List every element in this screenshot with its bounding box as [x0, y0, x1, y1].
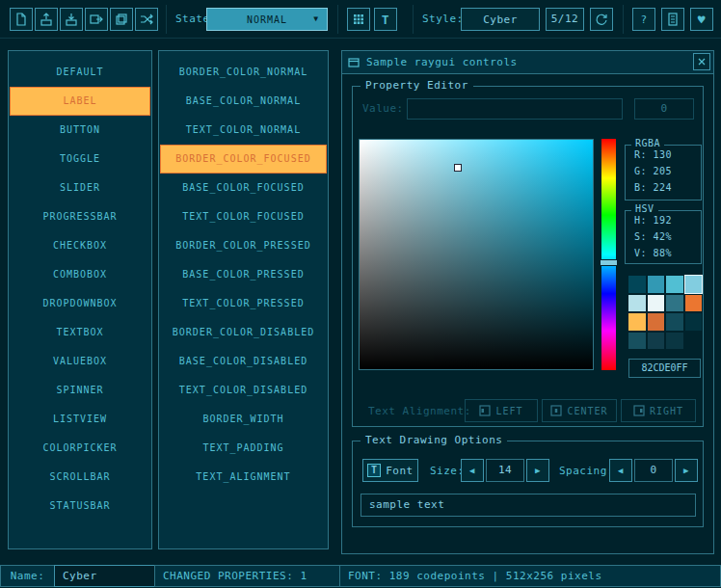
- palette-color-cell[interactable]: [685, 333, 703, 350]
- sample-text-input[interactable]: sample text: [360, 494, 696, 517]
- font-atlas-button[interactable]: T: [374, 8, 397, 31]
- value-textbox[interactable]: [407, 98, 623, 120]
- size-increment-button[interactable]: ▶: [526, 459, 549, 482]
- chevron-down-icon: ▼: [313, 14, 319, 23]
- text-options-group: Text Drawing Options T Font Size: ◀ 14 ▶…: [352, 441, 704, 527]
- size-decrement-button[interactable]: ◀: [461, 459, 484, 482]
- file-new-button[interactable]: [10, 8, 33, 31]
- list-item-base_color_pressed[interactable]: BASE_COLOR_PRESSED: [160, 260, 327, 289]
- color-panel[interactable]: [359, 139, 594, 370]
- palette-color-cell[interactable]: [666, 295, 683, 312]
- copy-icon: [114, 12, 129, 27]
- palette-color-cell[interactable]: [648, 276, 665, 293]
- list-item-border_color_normal[interactable]: BORDER_COLOR_NORMAL: [160, 58, 327, 87]
- value-count-box[interactable]: 0: [634, 98, 694, 120]
- palette-color-cell[interactable]: [666, 333, 683, 350]
- file-save-button[interactable]: [60, 8, 83, 31]
- palette-color-cell[interactable]: [685, 313, 703, 331]
- list-item-slider[interactable]: SLIDER: [10, 174, 150, 202]
- close-icon: [697, 57, 707, 67]
- sponsor-button[interactable]: ♥: [690, 8, 713, 31]
- palette-color-cell[interactable]: [648, 295, 665, 312]
- rguistyler-app: State NORMAL ▼ T Style: Cyber 5/12 ?: [0, 0, 721, 588]
- list-item-border_color_pressed[interactable]: BORDER_COLOR_PRESSED: [160, 231, 327, 260]
- palette-color-cell[interactable]: [648, 333, 665, 350]
- palette-color-cell[interactable]: [685, 276, 703, 293]
- align-center-toggle[interactable]: CENTER: [542, 399, 617, 422]
- list-item-valuebox[interactable]: VALUEBOX: [10, 347, 150, 376]
- list-item-border_width[interactable]: BORDER_WIDTH: [160, 405, 327, 434]
- list-item-base_color_normal[interactable]: BASE_COLOR_NORMAL: [160, 87, 327, 116]
- palette-color-cell[interactable]: [648, 313, 665, 331]
- palette-color-cell[interactable]: [628, 295, 646, 312]
- list-item-text_alignment[interactable]: TEXT_ALIGNMENT: [160, 463, 327, 492]
- font-info-status: FONT: 189 codepoints | 512x256 pixels: [339, 565, 721, 587]
- palette-color-cell[interactable]: [666, 276, 683, 293]
- list-item-scrollbar[interactable]: SCROLLBAR: [10, 463, 150, 492]
- palette-color-cell[interactable]: [685, 295, 703, 312]
- list-item-text_color_pressed[interactable]: TEXT_COLOR_PRESSED: [160, 289, 327, 318]
- window-title: Sample raygui controls: [366, 56, 518, 68]
- list-item-colorpicker[interactable]: COLORPICKER: [10, 434, 150, 463]
- sample-controls-window: Sample raygui controls Property Editor V…: [341, 50, 714, 554]
- report-issue-button[interactable]: [661, 8, 684, 31]
- chevron-left-icon: ◀: [618, 466, 624, 475]
- list-item-spinner[interactable]: SPINNER: [10, 376, 150, 405]
- palette-color-cell[interactable]: [628, 333, 646, 350]
- list-item-toggle[interactable]: TOGGLE: [10, 145, 150, 174]
- style-reload-button[interactable]: [590, 8, 613, 31]
- list-item-text_color_focused[interactable]: TEXT_COLOR_FOCUSED: [160, 202, 327, 231]
- style-label: Style:: [422, 13, 464, 25]
- list-item-text_padding[interactable]: TEXT_PADDING: [160, 434, 327, 463]
- heart-icon: ♥: [698, 13, 706, 26]
- list-item-textbox[interactable]: TEXTBOX: [10, 318, 150, 347]
- grid-icon: [351, 12, 366, 27]
- palette-color-cell[interactable]: [628, 313, 646, 331]
- style-name-input[interactable]: Cyber: [54, 565, 155, 587]
- list-item-button[interactable]: BUTTON: [10, 116, 150, 145]
- file-open-button[interactable]: [35, 8, 58, 31]
- list-item-listview[interactable]: LISTVIEW: [10, 405, 150, 434]
- size-label: Size:: [430, 465, 465, 477]
- list-item-text_color_normal[interactable]: TEXT_COLOR_NORMAL: [160, 116, 327, 145]
- style-table-button[interactable]: [347, 8, 370, 31]
- list-item-statusbar[interactable]: STATUSBAR: [10, 492, 150, 521]
- group-title: RGBA: [631, 138, 664, 148]
- list-item-border_color_focused[interactable]: BORDER_COLOR_FOCUSED: [160, 145, 327, 174]
- list-item-progressbar[interactable]: PROGRESSBAR: [10, 202, 150, 231]
- load-font-button[interactable]: T Font: [362, 459, 418, 482]
- help-button[interactable]: ?: [632, 8, 655, 31]
- list-item-checkbox[interactable]: CHECKBOX: [10, 231, 150, 260]
- list-item-dropdownbox[interactable]: DROPDOWNBOX: [10, 289, 150, 318]
- style-dropdown[interactable]: Cyber: [461, 8, 540, 31]
- state-dropdown[interactable]: NORMAL ▼: [206, 8, 328, 31]
- list-item-label[interactable]: LABEL: [10, 87, 150, 116]
- close-window-button[interactable]: [693, 53, 710, 70]
- align-right-toggle[interactable]: RIGHT: [621, 399, 696, 422]
- hue-bar[interactable]: [601, 139, 616, 370]
- size-value[interactable]: 14: [486, 459, 524, 482]
- style-export-button[interactable]: [85, 8, 108, 31]
- list-item-default[interactable]: DEFAULT: [10, 58, 150, 87]
- list-item-base_color_focused[interactable]: BASE_COLOR_FOCUSED: [160, 174, 327, 202]
- hue-slider-handle[interactable]: [600, 259, 618, 266]
- align-left-toggle[interactable]: LEFT: [465, 399, 538, 422]
- color-cursor[interactable]: [454, 164, 462, 172]
- palette-color-cell[interactable]: [666, 313, 683, 331]
- style-random-button[interactable]: [135, 8, 158, 31]
- hsv-v-value: V: 88%: [626, 244, 701, 260]
- style-duplicate-button[interactable]: [110, 8, 133, 31]
- list-item-text_color_disabled[interactable]: TEXT_COLOR_DISABLED: [160, 376, 327, 405]
- list-item-border_color_disabled[interactable]: BORDER_COLOR_DISABLED: [160, 318, 327, 347]
- spacing-increment-button[interactable]: ▶: [675, 459, 698, 482]
- spacing-decrement-button[interactable]: ◀: [609, 459, 632, 482]
- align-center-icon: [550, 405, 562, 416]
- hex-color-input[interactable]: 82CDE0FF: [628, 359, 701, 378]
- spacing-value[interactable]: 0: [634, 459, 673, 482]
- file-new-icon: [13, 12, 29, 27]
- text-alignment-label: Text Alignment:: [368, 405, 471, 417]
- palette-color-cell[interactable]: [628, 276, 646, 293]
- list-item-base_color_disabled[interactable]: BASE_COLOR_DISABLED: [160, 347, 327, 376]
- window-titlebar[interactable]: Sample raygui controls: [342, 51, 713, 74]
- list-item-combobox[interactable]: COMBOBOX: [10, 260, 150, 289]
